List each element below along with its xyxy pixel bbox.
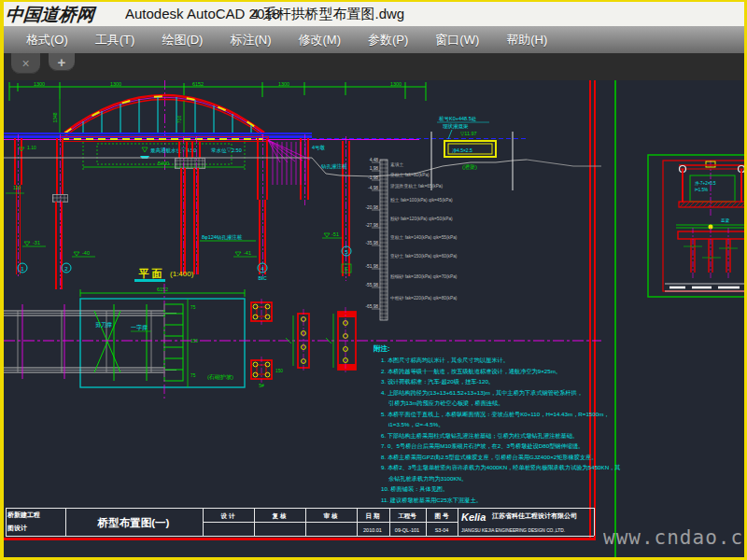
dim-label: 6152 [192,81,204,87]
bh-layer: 粉细砂 fak=180(kPa) qik=70(kPa) [390,273,458,280]
project-name: 图设计 [7,525,27,532]
navigation-clearance: 5400 [83,142,245,170]
brace-label: 剪刀撑 [95,321,112,329]
culvert-label: 现状灌溉渠 [443,123,469,130]
plan-title-underline [134,279,165,282]
axis-bc-label: B‖C [258,275,266,281]
menu-window[interactable]: 窗口(W) [426,29,488,51]
pile-marker: -51 [331,231,339,237]
nav-dim-label: 5400 [158,161,169,166]
water-label: 最高通航水位▽4.50 [150,147,196,154]
note-line: 9. 本桥2、3号主墩单桩竖向容许承载力为4000KN，经单桩竖向极限承载力试验… [381,464,621,471]
culvert-elev: ▽11.97 [460,131,477,136]
site-logo: 中国道桥网 [5,3,95,27]
tb-header: 工程号 [398,512,416,520]
slope-note: (石砌护坡) [207,373,233,381]
borehole-log: 4.48 1.98 -1.98 -4.98 -20.98 -27.98 -35.… [365,158,457,320]
rise-dim-label: 1348 [52,112,58,122]
drawing-canvas[interactable]: 1300 1300 6152 1300 1300 1348 710 [4,80,744,557]
bh-elev: -51.98 [365,264,378,269]
note-line: i1=3.5%，i2=-4.5%。 [388,421,444,427]
cap-label: 5# [259,383,264,388]
crest-dim-label: 710 [176,116,182,124]
close-tab-button[interactable]: × [11,53,40,74]
culvert-size: 净4.5×2.5 [452,147,472,153]
bh-layer: 亚砂土 fak=150(kPa) qik=60(kPa) [390,254,458,259]
culvert-name: (灌渠) [462,163,477,170]
axis-number: 5 [345,249,348,255]
menu-dimension[interactable]: 标注(N) [220,29,280,51]
water-label: 常水位▽2.50 [211,147,242,153]
section-label: 盖梁 [721,217,730,223]
section-label: 净-7+2×0.5 [695,181,716,186]
note-line: 引桥为13m跨预应力砼空心板梁，桥面连续。 [388,399,503,407]
menu-help[interactable]: 帮助(H) [497,29,557,51]
notes-block: 附注: 1. 本图尺寸标高均以米计，其余尺寸均以厘米计。 2. 本桥跨越等级十一… [374,344,621,504]
culvert-detail: 桩号K0+448.5处 现状灌溉渠 ▽11.97 净4.5×2.5 (灌渠) [431,116,513,190]
plan-title: 平 面 [138,268,162,279]
tb-drawing-no: S3-04 [435,527,449,533]
title-block: 桥新建工程 图设计 桥型布置图(一) 设 计 复 核 审 核 日 期 工程号 图… [4,508,595,539]
bh-layer: 粉砂 fak=120(kPa) qik=50(kPa) [390,216,453,222]
plan-dim: 75 [190,305,196,310]
file-tab-bar: × + [4,53,744,80]
title-bar: 中国道桥网 Autodesk AutoCAD 2018 4 系杆拱桥型布置图.d… [4,2,744,26]
bh-elev: -27.98 [365,223,378,228]
new-tab-button[interactable]: + [49,53,75,71]
bh-elev: -55.98 [365,283,378,287]
autocad-window: 中国道桥网 Autodesk AutoCAD 2018 4 系杆拱桥型布置图.d… [0,0,747,560]
right-sheet: 净-7+2×0.5 i=1.5% 盖梁 [648,155,744,297]
note-line: 7. 0、5号桥台台后采用M10浆砌片石护坡，在2、3号桥墩处设D80型钢伸缩缝… [381,442,584,450]
pile-marker: -40 [82,250,90,256]
water-level-labels: 最高通航水位▽4.50 常水位▽2.50 [140,147,242,159]
menu-tools[interactable]: 工具(T) [86,29,145,51]
bh-elev: -1.98 [368,175,378,180]
dim-label: 1300 [110,81,121,87]
note-line: 3. 设计荷载标准：汽车-超20级，挂车-120。 [381,378,494,385]
dim-label: 1300 [390,81,402,87]
tb-header: 设 计 [220,512,235,520]
note-line: 余钻孔桩承载力均为3100KN。 [388,475,467,483]
note-line: 6. 下部结构主桥采用柱式墩钻孔灌注桩基础；引桥为柱式墩钻孔灌注桩基础。 [381,432,578,440]
document-title: 4 系杆拱桥型布置图.dwg [251,6,404,23]
pile-marker: -41 [244,250,251,256]
tb-header: 图 号 [435,512,449,520]
axis-number: 2 [64,266,68,272]
width-dim: 120 [13,185,21,190]
bh-layer: 亚粘土 fak=80(kPa) [390,173,430,178]
note-line: 5. 本桥平面位于直线上，本桥纵断面情况：变坡点桩号K0+110，H=14.43… [381,411,610,418]
arch-rib: 1348 710 [52,95,264,136]
note-line: 1. 本图尺寸标高均以米计，其余尺寸均以厘米计。 [381,357,509,364]
bh-layer: 亚粘土 fak=140(kPa) qik=55(kPa) [390,235,458,241]
pier-label: 钻孔灌注桩 [320,163,347,170]
tb-header: 审 核 [324,512,338,520]
menu-bar: 格式(O) 工具(T) 绘图(D) 标注(N) 修改(M) 参数(P) 窗口(W… [4,26,744,53]
bh-elev: -20.98 [365,205,378,210]
bh-layer: 粉土 fak=100(kPa) qik=45(kPa) [390,197,453,203]
pile-cap-square [251,299,272,325]
add-icon: + [58,54,66,70]
pier-label: 4号墩 [312,145,326,151]
menu-format[interactable]: 格式(O) [17,29,78,51]
menu-modify[interactable]: 修改(M) [289,29,350,51]
note-line: 4. 上部结构跨径为(13+13+61.52+13+13)m，其中主桥为下承式钢… [381,389,583,397]
dim-label: 1300 [34,81,45,87]
menu-draw[interactable]: 绘图(D) [152,29,212,51]
tb-date: 2010.01 [363,527,382,533]
top-dimension-line: 1300 1300 6152 1300 1300 [9,81,426,102]
company-name-en: JIANGSU KEJIA ENGINEERING DESIGN CO.,LTD… [461,528,565,533]
plan-view: 平 面 (1:400) 6152 [4,268,601,401]
pile-note: 8φ124钻孔灌注桩 [202,234,243,241]
axis-e-label: E [345,266,348,272]
tb-header: 复 核 [272,512,287,520]
note-line: 2. 本桥跨越等级十一航道，按五级航道标准设计，通航净空为9×25m。 [381,368,561,375]
bh-elev: 1.98 [370,166,379,171]
plan-dim: 75 [190,373,196,378]
watermark: www.cndao.com [603,526,747,549]
pile-fan [268,140,310,185]
culvert-label: 桩号K0+448.5处 [438,116,477,122]
pile-cap-square [251,357,272,383]
menu-parametric[interactable]: 参数(P) [359,29,417,51]
bh-elev: 4.48 [370,158,379,162]
dim-label: 1300 [278,81,289,87]
